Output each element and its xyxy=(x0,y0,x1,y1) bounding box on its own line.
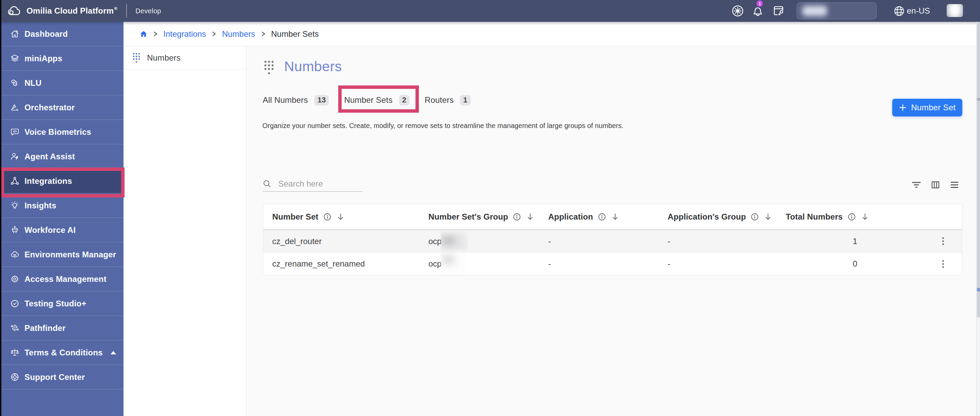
sort-arrow-icon[interactable] xyxy=(526,212,535,221)
page-title: Numbers xyxy=(284,59,342,75)
cell-number-set: cz_rename_set_renamed xyxy=(272,259,428,269)
sidebar-item-orchestrator[interactable]: Orchestrator xyxy=(0,95,124,120)
breadcrumb-home-icon[interactable] xyxy=(140,30,147,38)
search-input[interactable] xyxy=(278,179,353,189)
column-header-number-sets-group[interactable]: Number Set's Group xyxy=(428,212,548,222)
integrations-icon xyxy=(10,176,19,185)
scrollbar-thumb[interactable] xyxy=(977,22,980,317)
column-header-application[interactable]: Application xyxy=(548,212,668,222)
sidebar-item-testing-studio[interactable]: Testing Studio+ xyxy=(0,292,124,316)
sidebar-item-pathfinder[interactable]: Pathfinder xyxy=(0,316,124,340)
tab-routers[interactable]: Routers 1 xyxy=(425,95,471,105)
home-icon xyxy=(10,29,19,38)
columns-icon[interactable] xyxy=(931,180,940,190)
info-icon[interactable] xyxy=(323,213,331,221)
search-icon xyxy=(263,179,271,188)
filter-icon[interactable] xyxy=(912,180,921,190)
chevron-right-icon xyxy=(211,31,216,37)
chevron-right-icon xyxy=(261,31,266,37)
sort-arrow-icon[interactable] xyxy=(764,212,772,221)
scrollbar-track[interactable] xyxy=(976,22,980,416)
sidebar-item-workforce-ai[interactable]: Workforce AI xyxy=(0,218,124,242)
release-notes-button[interactable] xyxy=(772,0,785,22)
nav-develop[interactable]: Develop xyxy=(135,0,161,22)
brand-name: Omilia Cloud Platform® xyxy=(27,6,117,16)
topbar: Omilia Cloud Platform® Develop 1 xyxy=(0,0,980,22)
brand[interactable]: Omilia Cloud Platform® xyxy=(8,0,117,22)
sort-arrow-icon[interactable] xyxy=(336,212,345,221)
info-icon[interactable] xyxy=(751,213,759,221)
density-menu-icon[interactable] xyxy=(950,180,959,190)
info-icon[interactable] xyxy=(848,213,856,221)
row-actions-kebab-icon[interactable] xyxy=(936,257,950,271)
collapse-caret-icon[interactable] xyxy=(111,351,116,354)
topbar-divider xyxy=(126,4,127,18)
testing-badge-icon xyxy=(10,299,19,308)
notifications-button[interactable]: 1 xyxy=(752,0,764,22)
cell-group: ocp xyxy=(428,259,548,269)
breadcrumb-current: Number Sets xyxy=(271,29,319,39)
sidebar-item-voice-biometrics[interactable]: Voice Biometrics xyxy=(0,120,124,144)
tab-all-numbers[interactable]: All Numbers 13 xyxy=(263,95,329,105)
theme-toggle-button[interactable] xyxy=(732,0,744,22)
sidebar-item-terms-conditions[interactable]: Terms & Conditions xyxy=(0,340,124,365)
row-actions-kebab-icon[interactable] xyxy=(936,234,950,248)
cell-application: - xyxy=(548,259,668,269)
tab-count-badge: 1 xyxy=(460,95,470,105)
sort-arrow-icon[interactable] xyxy=(611,212,620,221)
window-key-icon xyxy=(772,5,785,17)
tab-count-badge: 13 xyxy=(314,95,329,105)
dialpad-icon xyxy=(133,53,140,63)
sidebar-item-access-management[interactable]: Access Management xyxy=(0,267,124,292)
sidebar-item-miniapps[interactable]: miniApps xyxy=(0,46,124,71)
main-content: Numbers All Numbers 13 Number Sets 2 Rou… xyxy=(247,46,980,416)
cell-group: ocp xyxy=(428,237,548,246)
app-root: Omilia Cloud Platform® Develop 1 xyxy=(0,0,980,416)
chevron-right-icon xyxy=(153,31,158,37)
sort-arrow-icon[interactable] xyxy=(861,212,869,221)
lifebuoy-icon xyxy=(10,373,19,382)
column-header-applications-group[interactable]: Application's Group xyxy=(668,212,786,222)
breadcrumb-link-numbers[interactable]: Numbers xyxy=(222,29,255,39)
breadcrumb: Integrations Numbers Number Sets xyxy=(124,22,980,46)
tab-number-sets[interactable]: Number Sets 2 xyxy=(344,95,409,105)
scales-icon xyxy=(10,348,19,357)
sidebar-item-environments-manager[interactable]: Environments Manager xyxy=(0,242,124,267)
environments-cloud-icon xyxy=(10,250,19,259)
insights-bulb-icon xyxy=(10,201,19,210)
sidebar-item-dashboard[interactable]: Dashboard xyxy=(0,22,124,46)
locale-switcher[interactable]: en-US xyxy=(894,0,930,22)
subnav-item-numbers[interactable]: Numbers xyxy=(124,46,246,69)
avatar[interactable] xyxy=(947,4,963,17)
globe-icon xyxy=(894,6,904,16)
sidebar-item-agent-assist[interactable]: Agent Assist xyxy=(0,144,124,169)
table-row[interactable]: cz_del_router ocp - - 1 xyxy=(263,230,962,253)
cell-number-set: cz_del_router xyxy=(272,237,428,246)
number-sets-table: Number Set Number Set's Group Applicatio… xyxy=(263,204,962,276)
window-edge xyxy=(0,0,2,416)
table-toolbar xyxy=(912,180,959,190)
locale-label: en-US xyxy=(907,6,930,16)
subnav-panel: Numbers xyxy=(124,46,247,416)
avatar-image-redacted xyxy=(947,4,963,17)
brightness-icon xyxy=(732,5,744,17)
cell-total-numbers: 1 xyxy=(786,237,933,246)
sidebar-item-insights[interactable]: Insights xyxy=(0,193,124,218)
sidebar-item-integrations[interactable]: Integrations xyxy=(0,169,124,193)
tenant-selector[interactable] xyxy=(797,2,877,19)
column-header-total-numbers[interactable]: Total Numbers xyxy=(786,212,933,222)
dialpad-icon xyxy=(264,60,274,75)
sidebar-item-support-center[interactable]: Support Center xyxy=(0,365,124,389)
info-icon[interactable] xyxy=(513,213,521,221)
scrollbar-mark xyxy=(977,98,980,101)
table-row[interactable]: cz_rename_set_renamed ocp - - 0 xyxy=(263,253,962,275)
cell-total-numbers: 0 xyxy=(786,259,933,269)
cell-applications-group: - xyxy=(668,237,786,246)
column-header-number-set[interactable]: Number Set xyxy=(272,212,428,222)
pathfinder-circuit-icon xyxy=(10,324,19,333)
sidebar-item-nlu[interactable]: NLU xyxy=(0,71,124,95)
add-number-set-button[interactable]: Number Set xyxy=(892,99,962,116)
breadcrumb-link-integrations[interactable]: Integrations xyxy=(163,29,206,39)
info-icon[interactable] xyxy=(598,213,606,221)
scrollbar-mark xyxy=(977,288,980,292)
